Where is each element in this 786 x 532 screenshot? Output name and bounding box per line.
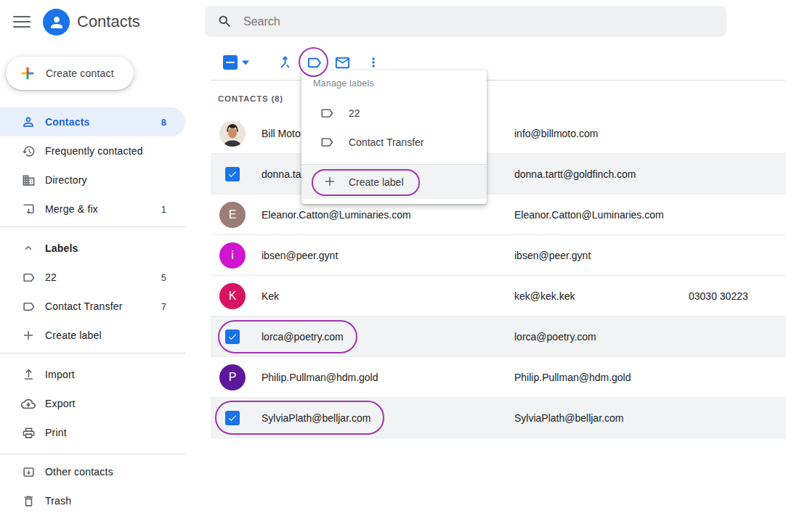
- search-icon: [217, 14, 232, 29]
- cloud-download-icon: [21, 396, 36, 411]
- manage-labels-menu: Manage labels 22 Contact Transfer Create…: [301, 70, 487, 204]
- avatar-initial: i: [231, 249, 234, 262]
- more-options-icon[interactable]: [366, 55, 381, 70]
- contact-email: SylviaPlath@belljar.com: [514, 412, 689, 424]
- menu-header: Manage labels: [301, 70, 487, 89]
- sidebar-item-label: Print: [45, 427, 67, 438]
- sidebar-label-contact-transfer[interactable]: Contact Transfer 7: [0, 292, 185, 321]
- sidebar-item-directory[interactable]: Directory: [0, 165, 185, 195]
- sidebar-item-count: 5: [161, 272, 166, 283]
- sidebar-create-label[interactable]: Create label: [0, 321, 185, 350]
- chevron-up-icon: [21, 241, 36, 255]
- chevron-down-icon[interactable]: [241, 59, 250, 66]
- contact-name: Philip.Pullman@hdm.gold: [262, 372, 514, 383]
- email-icon[interactable]: [334, 54, 351, 71]
- table-row[interactable]: donna.tartt@goldfinch.com donna.tartt@go…: [211, 154, 786, 195]
- google-contacts-app: Contacts Create contact Contacts 8 Frequ…: [0, 0, 786, 532]
- sidebar-divider: [0, 353, 185, 353]
- menu-item-label: Create label: [349, 176, 404, 188]
- sidebar-item-label: Contact Transfer: [45, 300, 123, 312]
- avatar: P: [219, 364, 246, 390]
- archive-icon: [21, 465, 36, 479]
- sidebar-labels-header[interactable]: Labels: [0, 234, 185, 263]
- avatar: [219, 120, 246, 147]
- sidebar-label-22[interactable]: 22 5: [0, 263, 185, 292]
- contact-name: Kek: [262, 290, 514, 302]
- contact-email: Philip.Pullman@hdm.gold: [514, 372, 689, 383]
- table-row[interactable]: E Eleanor.Catton@Luminaries.com Eleanor.…: [211, 195, 786, 235]
- trash-icon: [21, 494, 36, 508]
- sidebar-item-export[interactable]: Export: [0, 389, 185, 418]
- table-row[interactable]: P Philip.Pullman@hdm.gold Philip.Pullman…: [211, 357, 786, 398]
- contact-email: lorca@poetry.com: [514, 331, 689, 343]
- contact-email: donna.tartt@goldfinch.com: [514, 168, 689, 180]
- contact-phone: 03030 30223: [689, 290, 786, 302]
- label-icon: [21, 270, 36, 285]
- menu-item-create-label[interactable]: Create label: [301, 165, 487, 199]
- label-icon: [320, 135, 334, 150]
- menu-item-label-22[interactable]: 22: [301, 99, 487, 128]
- plus-icon: [323, 175, 338, 189]
- manage-labels-icon[interactable]: [306, 54, 323, 71]
- table-row[interactable]: lorca@poetry.com lorca@poetry.com: [211, 316, 786, 357]
- sidebar-item-count: 7: [161, 301, 166, 312]
- search-bar[interactable]: [205, 6, 726, 37]
- sidebar-item-label: Contacts: [45, 116, 90, 128]
- row-checkbox-checked[interactable]: [225, 411, 240, 425]
- sidebar-item-label: Merge & fix: [45, 203, 98, 215]
- table-row[interactable]: Bill Moto info@billmoto.com: [211, 113, 786, 154]
- merge-fix-icon: [21, 202, 36, 216]
- sidebar-item-other-contacts[interactable]: Other contacts: [0, 457, 185, 486]
- sidebar-item-label: Export: [45, 398, 76, 409]
- contact-email: info@billmoto.com: [514, 128, 689, 139]
- contacts-count-header: CONTACTS (8): [218, 94, 283, 103]
- row-checkbox-checked[interactable]: [225, 330, 240, 344]
- printer-icon: [21, 425, 36, 440]
- avatar: K: [219, 283, 246, 309]
- row-checkbox-checked[interactable]: [225, 167, 240, 181]
- sidebar-item-trash[interactable]: Trash: [0, 486, 185, 515]
- sidebar-item-contacts[interactable]: Contacts 8: [0, 107, 185, 136]
- sidebar-item-label: Directory: [45, 174, 87, 186]
- menu-icon[interactable]: [12, 13, 32, 30]
- sidebar-item-label: Other contacts: [45, 466, 113, 478]
- upload-icon: [21, 367, 36, 382]
- contact-name: SylviaPlath@belljar.com: [262, 412, 514, 424]
- label-icon: [21, 299, 36, 314]
- avatar-initial: E: [229, 208, 237, 221]
- menu-item-label: Contact Transfer: [349, 136, 424, 148]
- label-icon: [320, 106, 334, 120]
- sidebar-item-label: Import: [45, 369, 75, 380]
- contact-name: ibsen@peer.gynt: [262, 250, 514, 261]
- menu-item-label: 22: [349, 107, 360, 119]
- contact-email: Eleanor.Catton@Luminaries.com: [514, 209, 689, 221]
- sidebar-divider: [0, 226, 185, 227]
- sidebar-item-label: Trash: [45, 495, 71, 507]
- search-input[interactable]: [243, 15, 679, 28]
- select-all-checkbox[interactable]: [223, 55, 238, 70]
- contact-email: kek@kek.kek: [514, 290, 689, 302]
- contacts-logo-icon[interactable]: [43, 9, 70, 36]
- sidebar-item-label: 22: [45, 271, 57, 283]
- sidebar-item-count: 8: [161, 117, 166, 128]
- menu-item-label-contact-transfer[interactable]: Contact Transfer: [301, 128, 487, 157]
- contact-email: ibsen@peer.gynt: [514, 250, 689, 261]
- sidebar-item-label: Create label: [45, 330, 102, 341]
- table-row[interactable]: SylviaPlath@belljar.com SylviaPlath@bell…: [211, 398, 786, 438]
- page-title: Contacts: [77, 12, 140, 31]
- sidebar-item-print[interactable]: Print: [0, 418, 185, 447]
- sidebar-item-label: Frequently contacted: [45, 145, 143, 157]
- google-plus-icon: [20, 65, 36, 81]
- avatar-initial: K: [229, 290, 237, 303]
- sidebar-item-merge-fix[interactable]: Merge & fix 1: [0, 195, 185, 224]
- merge-contacts-icon[interactable]: [277, 54, 293, 70]
- sidebar-item-frequently-contacted[interactable]: Frequently contacted: [0, 136, 185, 165]
- table-row[interactable]: i ibsen@peer.gynt ibsen@peer.gynt: [211, 235, 786, 276]
- history-icon: [21, 144, 36, 158]
- table-row[interactable]: K Kek kek@kek.kek 03030 30223: [211, 276, 786, 316]
- avatar-initial: P: [229, 371, 237, 384]
- sidebar-item-count: 1: [161, 204, 166, 215]
- contact-name: Eleanor.Catton@Luminaries.com: [262, 209, 514, 221]
- create-contact-button[interactable]: Create contact: [6, 57, 134, 90]
- sidebar-item-import[interactable]: Import: [0, 360, 185, 389]
